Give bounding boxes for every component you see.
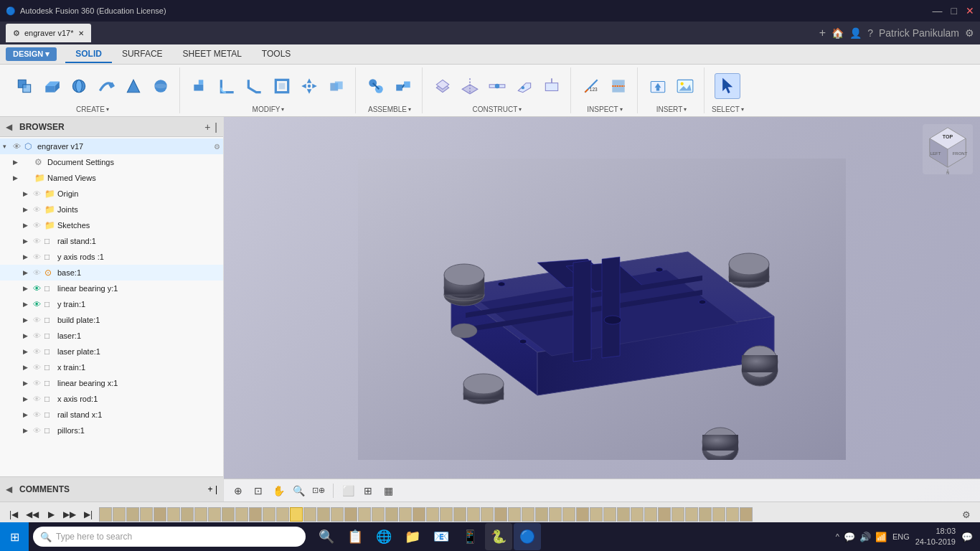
rigid-group-tool[interactable] bbox=[390, 73, 416, 99]
viewcube[interactable]: TOP LEFT FRONT N bbox=[923, 124, 973, 174]
pillors-expand[interactable]: ▶ bbox=[23, 427, 33, 434]
sketches-expand[interactable]: ▶ bbox=[23, 222, 33, 229]
anim-frame-15-warning[interactable] bbox=[290, 507, 303, 522]
anim-frame-10[interactable] bbox=[222, 507, 235, 522]
tree-item-joints[interactable]: ▶ 👁 📁 Joints bbox=[0, 202, 223, 217]
tab-tools[interactable]: TOOLS bbox=[252, 46, 301, 63]
pin-browser-icon[interactable]: | bbox=[215, 121, 217, 133]
zoom-fit-icon[interactable]: ⊡⊕ bbox=[310, 482, 327, 499]
linear-bearing-x-vis-icon[interactable]: 👁 bbox=[33, 379, 44, 387]
anim-frame-44[interactable] bbox=[685, 507, 698, 522]
base-vis-icon[interactable]: 👁 bbox=[33, 268, 44, 277]
laser-expand[interactable]: ▶ bbox=[23, 332, 33, 339]
sphere-tool[interactable] bbox=[148, 73, 174, 99]
anim-frame-2[interactable] bbox=[113, 507, 126, 522]
tree-item-linear-bearing-x[interactable]: ▶ 👁 □ linear bearing x:1 bbox=[0, 375, 223, 391]
tree-root[interactable]: ▾ 👁 ⬡ engraver v17 ⚙ bbox=[0, 138, 223, 154]
sweep-tool[interactable] bbox=[93, 73, 119, 99]
offset-plane-tool[interactable] bbox=[430, 73, 456, 99]
create-label[interactable]: CREATE▾ bbox=[76, 105, 109, 113]
x-axis-rod-expand[interactable]: ▶ bbox=[23, 395, 33, 402]
tree-item-rail-stand-x[interactable]: ▶ 👁 □ rail stand x:1 bbox=[0, 407, 223, 423]
anim-frame-21[interactable] bbox=[372, 507, 385, 522]
axis-through-tool[interactable] bbox=[484, 73, 510, 99]
tree-item-pillors[interactable]: ▶ 👁 □ pillors:1 bbox=[0, 423, 223, 438]
build-plate-expand[interactable]: ▶ bbox=[23, 316, 33, 324]
anim-frame-40[interactable] bbox=[631, 507, 644, 522]
linear-bearing-y-expand[interactable]: ▶ bbox=[23, 285, 33, 292]
anim-next-button[interactable]: ▶▶ bbox=[62, 507, 77, 522]
anim-first-button[interactable]: |◀ bbox=[6, 507, 22, 522]
tree-item-rail-stand[interactable]: ▶ 👁 □ rail stand:1 bbox=[0, 233, 223, 249]
y-axis-vis-icon[interactable]: 👁 bbox=[33, 253, 44, 261]
anim-frame-42[interactable] bbox=[658, 507, 671, 522]
viewport[interactable]: TOP LEFT FRONT N ⊕ ⊡ ✋ 🔍 ⊡⊕ ⬜ ⊞ ▦ bbox=[224, 117, 980, 501]
notification-icon[interactable]: 💬 bbox=[961, 532, 973, 542]
account-button[interactable]: 👤 bbox=[849, 27, 862, 39]
anim-frame-36[interactable] bbox=[576, 507, 589, 522]
move-view-icon[interactable]: ⊕ bbox=[230, 482, 247, 499]
rail-stand-x-vis-icon[interactable]: 👁 bbox=[33, 410, 44, 419]
tray-chat-icon[interactable]: 💬 bbox=[844, 532, 855, 542]
construct-label[interactable]: CONSTRUCT▾ bbox=[473, 105, 522, 113]
anim-frame-28[interactable] bbox=[467, 507, 480, 522]
anim-frame-4[interactable] bbox=[140, 507, 153, 522]
taskbar-app-search[interactable]: 🔍 bbox=[313, 523, 340, 550]
anim-frame-11[interactable] bbox=[235, 507, 248, 522]
construct-icon5[interactable] bbox=[539, 73, 565, 99]
laser-plate-expand[interactable]: ▶ bbox=[23, 348, 33, 355]
anim-frame-24[interactable] bbox=[413, 507, 425, 522]
active-tab[interactable]: ⚙ engraver v17* ✕ bbox=[6, 24, 91, 42]
insert-mesh-tool[interactable] bbox=[645, 73, 671, 99]
animation-settings-icon[interactable]: ⚙ bbox=[958, 507, 974, 522]
tree-item-sketches[interactable]: ▶ 👁 📁 Sketches bbox=[0, 217, 223, 233]
taskbar-app-explorer[interactable]: 📁 bbox=[399, 523, 426, 550]
tray-network-icon[interactable]: 📶 bbox=[875, 532, 887, 542]
tab-solid[interactable]: SOLID bbox=[65, 46, 112, 63]
anim-frame-7[interactable] bbox=[181, 507, 194, 522]
taskbar-app-phone[interactable]: 📱 bbox=[456, 523, 484, 550]
help-button[interactable]: ? bbox=[867, 27, 873, 39]
tab-sheet-metal[interactable]: SHEET METAL bbox=[173, 46, 252, 63]
anim-frame-25[interactable] bbox=[426, 507, 439, 522]
anim-frame-17[interactable] bbox=[317, 507, 330, 522]
laser-vis-icon[interactable]: 👁 bbox=[33, 331, 44, 340]
collapse-comments-icon[interactable]: ◀ bbox=[6, 484, 12, 494]
point-tool[interactable] bbox=[512, 73, 537, 99]
anim-frame-39[interactable] bbox=[617, 507, 630, 522]
x-train-vis-icon[interactable]: 👁 bbox=[33, 363, 44, 372]
root-expand-arrow[interactable]: ▾ bbox=[3, 143, 13, 150]
anim-frame-38[interactable] bbox=[603, 507, 616, 522]
laser-plate-vis-icon[interactable]: 👁 bbox=[33, 347, 44, 356]
build-plate-vis-icon[interactable]: 👁 bbox=[33, 316, 44, 324]
anim-frame-14[interactable] bbox=[276, 507, 289, 522]
tree-item-y-train[interactable]: ▶ 👁 □ y train:1 bbox=[0, 296, 223, 312]
anim-frame-16[interactable] bbox=[303, 507, 316, 522]
anim-play-button[interactable]: ▶ bbox=[43, 507, 59, 522]
root-vis-icon[interactable]: 👁 bbox=[13, 142, 24, 151]
taskbar-search[interactable]: 🔍 Type here to search bbox=[33, 527, 306, 547]
grid-icon[interactable]: ⊞ bbox=[359, 482, 377, 499]
joint-tool[interactable] bbox=[363, 73, 389, 99]
start-button[interactable]: ⊞ bbox=[0, 522, 29, 551]
anim-frame-33[interactable] bbox=[535, 507, 548, 522]
pan-icon[interactable]: ✋ bbox=[270, 482, 287, 499]
fillet-tool[interactable] bbox=[215, 73, 240, 99]
anim-frame-20[interactable] bbox=[358, 507, 371, 522]
tree-item-doc-settings[interactable]: ▶ ⚙ Document Settings bbox=[0, 154, 223, 170]
origin-vis-icon[interactable]: 👁 bbox=[33, 189, 44, 198]
taskbar-app-task-view[interactable]: 📋 bbox=[341, 523, 369, 550]
tree-item-linear-bearing-y[interactable]: ▶ 👁 □ linear bearing y:1 bbox=[0, 281, 223, 296]
joints-expand[interactable]: ▶ bbox=[23, 206, 33, 213]
close-button[interactable]: ✕ bbox=[966, 5, 974, 17]
root-options-icon[interactable]: ⚙ bbox=[214, 143, 220, 151]
chamfer-tool[interactable] bbox=[242, 73, 268, 99]
anim-frame-9[interactable] bbox=[208, 507, 221, 522]
extrude-tool[interactable] bbox=[39, 73, 65, 99]
anim-frame-13[interactable] bbox=[263, 507, 275, 522]
anim-frame-1[interactable] bbox=[99, 507, 112, 522]
y-axis-expand[interactable]: ▶ bbox=[23, 253, 33, 260]
modify-label[interactable]: MODIFY▾ bbox=[253, 105, 285, 113]
tab-close-button[interactable]: ✕ bbox=[78, 29, 84, 37]
anim-frame-22[interactable] bbox=[385, 507, 398, 522]
